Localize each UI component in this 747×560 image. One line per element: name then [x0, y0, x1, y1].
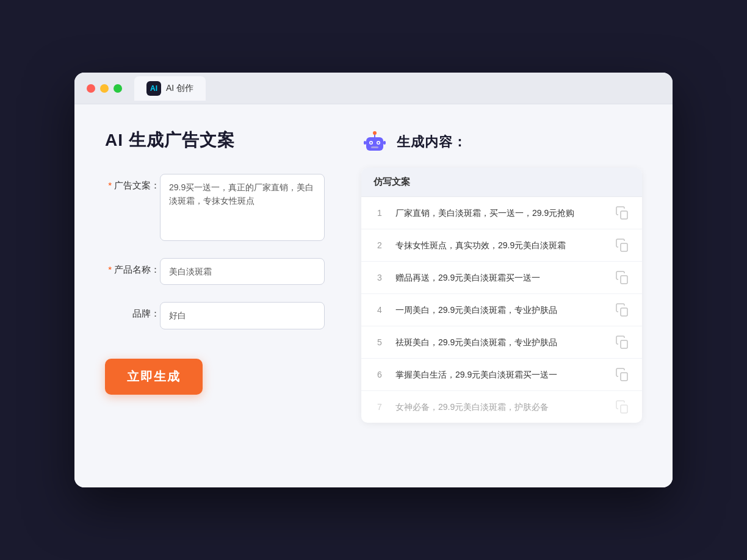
row-number: 1 — [374, 208, 386, 218]
table-row: 6掌握美白生活，29.9元美白淡斑霜买一送一 — [361, 359, 642, 391]
copy-icon[interactable] — [615, 303, 630, 317]
right-panel: 生成内容： 仿写文案 1厂家直销，美白淡斑霜，买一送一，29.9元抢购 2专抹女… — [361, 129, 642, 463]
main-content: AI 生成广告文案 *广告文案： *产品名称： 品牌： 立 — [74, 104, 673, 487]
ai-tab[interactable]: AI AI 创作 — [134, 76, 206, 101]
row-content: 赠品再送，29.9元美白淡斑霜买一送一 — [395, 271, 605, 284]
copy-icon[interactable] — [615, 206, 630, 220]
ad-copy-group: *广告文案： — [105, 174, 325, 241]
generate-button[interactable]: 立即生成 — [105, 359, 203, 395]
traffic-lights — [87, 84, 122, 93]
svg-rect-9 — [383, 141, 386, 145]
row-content: 厂家直销，美白淡斑霜，买一送一，29.9元抢购 — [395, 207, 605, 220]
row-content: 女神必备，29.9元美白淡斑霜，护肤必备 — [395, 401, 605, 414]
row-content: 掌握美白生活，29.9元美白淡斑霜买一送一 — [395, 368, 605, 381]
brand-group: 品牌： — [105, 302, 325, 329]
ad-copy-required: * — [108, 180, 112, 190]
result-title: 生成内容： — [397, 133, 467, 151]
close-button[interactable] — [87, 84, 95, 93]
result-header: 生成内容： — [361, 129, 642, 156]
table-row: 1厂家直销，美白淡斑霜，买一送一，29.9元抢购 — [361, 197, 642, 229]
svg-point-3 — [370, 142, 372, 144]
product-name-required: * — [108, 264, 112, 275]
ad-copy-input[interactable] — [160, 174, 325, 241]
svg-point-4 — [378, 142, 380, 144]
row-content: 专抹女性斑点，真实功效，29.9元美白淡斑霜 — [395, 239, 605, 252]
maximize-button[interactable] — [114, 84, 122, 93]
row-content: 祛斑美白，29.9元美白淡斑霜，专业护肤品 — [395, 336, 605, 349]
table-column-header: 仿写文案 — [361, 168, 642, 197]
result-table: 仿写文案 1厂家直销，美白淡斑霜，买一送一，29.9元抢购 2专抹女性斑点，真实… — [361, 168, 642, 423]
row-number: 2 — [374, 240, 386, 250]
ai-tab-label: AI 创作 — [166, 83, 193, 94]
svg-rect-5 — [371, 146, 378, 148]
svg-rect-8 — [364, 141, 366, 145]
copy-icon[interactable] — [615, 400, 630, 414]
table-row: 5祛斑美白，29.9元美白淡斑霜，专业护肤品 — [361, 326, 642, 359]
copy-icon[interactable] — [615, 270, 630, 285]
brand-input[interactable] — [160, 302, 325, 329]
ai-tab-icon: AI — [146, 81, 161, 96]
svg-rect-16 — [621, 405, 627, 413]
browser-window: AI AI 创作 AI 生成广告文案 *广告文案： *产品名称： — [74, 73, 673, 487]
row-number: 7 — [374, 402, 386, 412]
table-row: 4一周美白，29.9元美白淡斑霜，专业护肤品 — [361, 294, 642, 326]
row-number: 5 — [374, 337, 386, 347]
brand-label: 品牌： — [105, 302, 160, 320]
minimize-button[interactable] — [100, 84, 109, 93]
copy-icon[interactable] — [615, 335, 630, 350]
svg-point-7 — [373, 131, 377, 135]
copy-icon[interactable] — [615, 367, 630, 382]
row-content: 一周美白，29.9元美白淡斑霜，专业护肤品 — [395, 304, 605, 317]
left-panel: AI 生成广告文案 *广告文案： *产品名称： 品牌： 立 — [105, 129, 325, 463]
copy-icon[interactable] — [615, 238, 630, 253]
svg-rect-13 — [621, 308, 627, 316]
svg-rect-15 — [621, 373, 627, 381]
table-row: 2专抹女性斑点，真实功效，29.9元美白淡斑霜 — [361, 229, 642, 262]
title-bar: AI AI 创作 — [74, 73, 673, 104]
product-name-label: *产品名称： — [105, 258, 160, 276]
page-title: AI 生成广告文案 — [105, 129, 325, 152]
product-name-group: *产品名称： — [105, 258, 325, 285]
svg-rect-11 — [621, 243, 627, 251]
row-number: 4 — [374, 305, 386, 315]
svg-rect-0 — [366, 137, 383, 151]
svg-rect-14 — [621, 340, 627, 348]
table-row: 3赠品再送，29.9元美白淡斑霜买一送一 — [361, 262, 642, 294]
svg-rect-12 — [621, 276, 627, 284]
ad-copy-label: *广告文案： — [105, 174, 160, 192]
row-number: 6 — [374, 370, 386, 379]
robot-icon — [361, 129, 388, 156]
product-name-input[interactable] — [160, 258, 325, 285]
svg-rect-10 — [621, 211, 627, 219]
table-row: 7女神必备，29.9元美白淡斑霜，护肤必备 — [361, 391, 642, 423]
row-number: 3 — [374, 273, 386, 282]
